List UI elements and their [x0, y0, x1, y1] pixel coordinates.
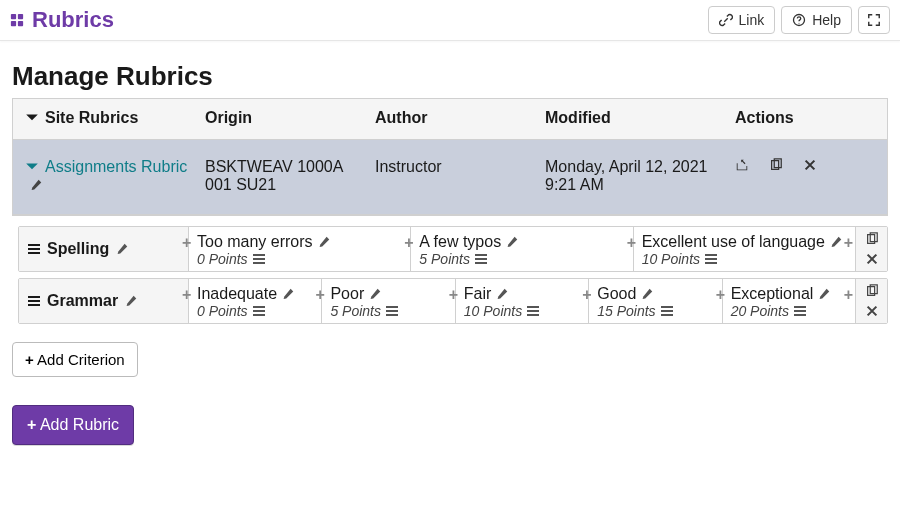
- level-points: 0 Points: [197, 251, 248, 267]
- level-points: 10 Points: [464, 303, 522, 319]
- criterion-row: Grammar+Inadequate 0 Points+Poor 5 Point…: [18, 278, 888, 324]
- delete-icon[interactable]: [803, 158, 817, 172]
- rubric-author: Instructor: [371, 158, 541, 176]
- link-icon: [719, 13, 733, 27]
- drag-handle-icon[interactable]: [27, 242, 41, 256]
- criterion-actions: [855, 227, 887, 271]
- level-title: Good: [597, 285, 636, 303]
- rubric-name-link[interactable]: Assignments Rubric: [25, 158, 187, 176]
- criterion-actions: [855, 279, 887, 323]
- criterion-levels: +Too many errors 0 Points+A few typos 5 …: [189, 227, 855, 271]
- fullscreen-button[interactable]: [858, 6, 890, 34]
- svg-rect-8: [28, 244, 40, 246]
- level-title: Poor: [330, 285, 364, 303]
- pencil-icon[interactable]: [817, 287, 831, 301]
- site-rubrics-toggle[interactable]: Site Rubrics: [25, 109, 138, 127]
- svg-rect-24: [28, 304, 40, 306]
- level-points: 0 Points: [197, 303, 248, 319]
- pencil-icon[interactable]: [124, 294, 138, 308]
- drag-handle-icon[interactable]: [252, 304, 266, 318]
- delete-icon[interactable]: [865, 252, 879, 266]
- pencil-icon[interactable]: [29, 178, 43, 192]
- svg-rect-28: [386, 306, 398, 308]
- svg-rect-23: [28, 300, 40, 302]
- level-points: 5 Points: [330, 303, 381, 319]
- criterion-row: Spelling+Too many errors 0 Points+A few …: [18, 226, 888, 272]
- level-cell: +Excellent use of language 10 Points+: [634, 227, 855, 271]
- svg-rect-14: [475, 254, 487, 256]
- add-level-before[interactable]: +: [716, 287, 725, 303]
- copy-icon[interactable]: [769, 158, 783, 172]
- svg-point-5: [799, 23, 800, 24]
- add-level-before[interactable]: +: [182, 287, 191, 303]
- pencil-icon[interactable]: [640, 287, 654, 301]
- svg-rect-2: [11, 21, 16, 26]
- level-points: 10 Points: [642, 251, 700, 267]
- pencil-icon[interactable]: [368, 287, 382, 301]
- drag-handle-icon[interactable]: [660, 304, 674, 318]
- level-cell: +Exceptional 20 Points+: [723, 279, 855, 323]
- add-level-before[interactable]: +: [404, 235, 413, 251]
- share-icon[interactable]: [735, 158, 749, 172]
- col-author: Author: [371, 109, 541, 127]
- level-cell: +Too many errors 0 Points: [189, 227, 411, 271]
- delete-icon[interactable]: [865, 304, 879, 318]
- svg-rect-34: [661, 306, 673, 308]
- add-level-before[interactable]: +: [449, 287, 458, 303]
- pencil-icon[interactable]: [495, 287, 509, 301]
- col-site-rubrics: Site Rubrics: [45, 109, 138, 127]
- rubric-modified: Monday, April 12, 2021 9:21 AM: [541, 158, 731, 194]
- pencil-icon[interactable]: [281, 287, 295, 301]
- rubric-list-header: Site Rubrics Origin Author Modified Acti…: [13, 99, 887, 140]
- pencil-icon[interactable]: [505, 235, 519, 249]
- drag-handle-icon[interactable]: [526, 304, 540, 318]
- add-level-before[interactable]: +: [627, 235, 636, 251]
- copy-icon[interactable]: [865, 232, 879, 246]
- help-icon: [792, 13, 806, 27]
- pencil-icon[interactable]: [317, 235, 331, 249]
- drag-handle-icon[interactable]: [793, 304, 807, 318]
- add-rubric-button[interactable]: + Add Rubric: [12, 405, 134, 445]
- svg-rect-19: [705, 262, 717, 264]
- link-button[interactable]: Link: [708, 6, 776, 34]
- svg-rect-1: [18, 14, 23, 19]
- drag-handle-icon[interactable]: [27, 294, 41, 308]
- level-points: 5 Points: [419, 251, 470, 267]
- drag-handle-icon[interactable]: [385, 304, 399, 318]
- rubric-list: Site Rubrics Origin Author Modified Acti…: [12, 98, 888, 216]
- level-cell: +Fair 10 Points: [456, 279, 589, 323]
- pencil-icon[interactable]: [829, 235, 843, 249]
- add-level-before[interactable]: +: [182, 235, 191, 251]
- add-level-before[interactable]: +: [582, 287, 591, 303]
- add-criterion-button[interactable]: + Add Criterion: [12, 342, 138, 377]
- link-button-label: Link: [739, 12, 765, 28]
- pencil-icon[interactable]: [115, 242, 129, 256]
- svg-rect-11: [253, 254, 265, 256]
- copy-icon[interactable]: [865, 284, 879, 298]
- drag-handle-icon[interactable]: [704, 252, 718, 266]
- page-title: Manage Rubrics: [12, 61, 888, 92]
- rubric-row: Assignments Rubric BSKTWEAV 1000A 001 SU…: [13, 140, 887, 215]
- svg-rect-25: [253, 306, 265, 308]
- help-button-label: Help: [812, 12, 841, 28]
- svg-rect-22: [28, 296, 40, 298]
- chevron-down-icon: [25, 160, 39, 174]
- col-modified: Modified: [541, 109, 731, 127]
- svg-rect-32: [527, 310, 539, 312]
- svg-rect-17: [705, 254, 717, 256]
- level-title: Too many errors: [197, 233, 313, 251]
- help-button[interactable]: Help: [781, 6, 852, 34]
- app-title: Rubrics: [32, 7, 114, 33]
- svg-rect-30: [386, 314, 398, 316]
- drag-handle-icon[interactable]: [474, 252, 488, 266]
- svg-rect-3: [18, 21, 23, 26]
- add-level-after[interactable]: +: [844, 235, 853, 251]
- level-points: 15 Points: [597, 303, 655, 319]
- add-level-before[interactable]: +: [315, 287, 324, 303]
- drag-handle-icon[interactable]: [252, 252, 266, 266]
- add-level-after[interactable]: +: [844, 287, 853, 303]
- criterion-name: Grammar: [47, 292, 118, 310]
- svg-rect-9: [28, 248, 40, 250]
- svg-rect-26: [253, 310, 265, 312]
- svg-rect-16: [475, 262, 487, 264]
